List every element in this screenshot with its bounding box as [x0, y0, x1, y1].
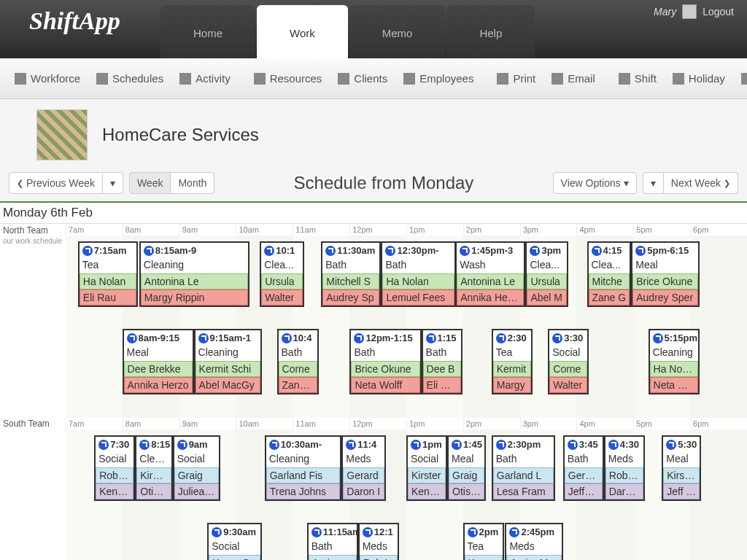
- hour-label: 1pm: [406, 418, 463, 429]
- shift-task: Bath: [565, 452, 603, 467]
- prev-dropdown-button[interactable]: ▾: [103, 172, 123, 194]
- shift-task: Tea: [465, 540, 503, 555]
- view-options-button[interactable]: View Options ▾: [553, 172, 637, 194]
- shift-block[interactable]: 4:15Clea...MitcheZane G: [587, 241, 632, 307]
- subnav-activity[interactable]: Activity: [172, 66, 238, 90]
- shift-task: Cleaning: [266, 452, 341, 467]
- shift-block[interactable]: 9:30amSocialKaryn G: [207, 523, 262, 560]
- shift-block[interactable]: 7:15amTeaHa NolanEli Rau: [78, 241, 138, 307]
- shift-block[interactable]: 10:4BathCorneZane G: [277, 329, 320, 394]
- clock-icon: [354, 333, 364, 343]
- subnav-schedules[interactable]: Schedules: [89, 66, 171, 90]
- shift-time: 9am: [189, 439, 208, 450]
- activity-icon: [179, 73, 191, 85]
- south-lane-area[interactable]: 7:30SocialRob LeKendric8:15Clea...Kirste…: [66, 429, 747, 560]
- page-title: HomeCare Services: [102, 125, 259, 145]
- subnav-sick[interactable]: Sick: [734, 66, 747, 90]
- shift-block[interactable]: 7:30SocialRob LeKendric: [94, 435, 135, 501]
- user-name[interactable]: Mary: [654, 6, 676, 18]
- tab-bar: Home Work Memo Help: [160, 5, 536, 58]
- clock-icon: [325, 246, 336, 256]
- clock-icon: [592, 246, 602, 256]
- next-week-button[interactable]: Next Week❯: [664, 172, 738, 194]
- shift-task: Meal: [632, 258, 697, 273]
- shift-block[interactable]: 1:45pm-3WashAntonina LeAnnika Herzo: [455, 241, 525, 307]
- subnav-workforce[interactable]: Workforce: [7, 66, 88, 90]
- week-button[interactable]: Week: [129, 172, 171, 194]
- shift-person1: Kirster: [136, 467, 171, 483]
- shift-time: 12:1: [374, 526, 393, 537]
- shift-block[interactable]: 12pm-1:15BathBrice OkuneNeta Wolff: [349, 329, 421, 394]
- month-button[interactable]: Month: [171, 172, 214, 194]
- shift-block[interactable]: 11:15amBathAmira Mo: [307, 523, 358, 560]
- hour-label: 11am: [293, 418, 349, 429]
- shift-block[interactable]: 4:30MedsRob LeDaron I: [604, 435, 645, 501]
- shift-person1: Corne: [279, 361, 318, 377]
- prev-week-button[interactable]: ❮Previous Week: [9, 172, 103, 194]
- subnav-email[interactable]: Email: [544, 66, 603, 90]
- subnav-shift[interactable]: Shift: [611, 66, 664, 90]
- clock-icon: [653, 333, 663, 343]
- shift-task: Social: [174, 452, 219, 467]
- shift-block[interactable]: 8:15am-9CleaningAntonina LeMargy Rippin: [139, 241, 249, 307]
- next-dropdown-button[interactable]: ▾: [643, 172, 664, 194]
- north-lane-area[interactable]: 7:15amTeaHa NolanEli Rau8:15am-9Cleaning…: [66, 236, 747, 418]
- sick-icon: [741, 73, 747, 85]
- clock-icon: [98, 440, 109, 450]
- shift-block[interactable]: 3pmClea...UrsulaAbel M: [525, 241, 568, 307]
- shift-time: 3:30: [564, 332, 583, 343]
- shift-block[interactable]: 10:30am-CleaningGarland FisTrena Johns: [265, 435, 342, 501]
- shift-block[interactable]: 9amSocialGraigJulieann: [173, 435, 220, 501]
- shift-block[interactable]: 2:45pmMedsAmira Mo: [505, 523, 562, 560]
- tab-work[interactable]: Work: [257, 5, 348, 58]
- shift-block[interactable]: 9:15am-1CleaningKermit SchiAbel MacGy: [194, 329, 262, 394]
- shift-block[interactable]: 8:15Clea...KirsterOtis Er: [135, 435, 172, 501]
- shift-block[interactable]: 5:30MealKirsterJeff Yu: [662, 435, 701, 501]
- shift-block[interactable]: 12:1MedsRob L: [358, 523, 399, 560]
- hour-label: 11am: [293, 224, 349, 236]
- shift-block[interactable]: 2:30pmBathGarland LLesa Fram: [492, 435, 555, 501]
- shift-block[interactable]: 11:30amBathMitchell SAudrey Sp: [321, 241, 381, 307]
- shift-person1: Ursula: [261, 273, 303, 289]
- tab-home[interactable]: Home: [160, 5, 255, 58]
- tab-help[interactable]: Help: [446, 5, 535, 58]
- logout-link[interactable]: Logout: [703, 6, 734, 18]
- clock-icon: [496, 440, 506, 450]
- subnav-employees[interactable]: Employees: [396, 66, 481, 90]
- day-label: Monday 6th Feb: [0, 203, 747, 224]
- shift-block[interactable]: 1pmSocialKirsterKendric: [406, 435, 447, 501]
- shift-block[interactable]: 3:45BathGerardJeffere: [563, 435, 604, 501]
- shift-block[interactable]: 1:15BathDee BEli Rau: [422, 329, 462, 394]
- shift-block[interactable]: 5:15pmCleaningHa NolanNeta Wolf: [649, 329, 700, 394]
- shift-person1: Amira Mo: [506, 555, 561, 560]
- shift-block[interactable]: 11:4MedsGerardDaron I: [341, 435, 386, 501]
- subnav-clients[interactable]: Clients: [330, 66, 395, 90]
- shift-time: 10:1: [276, 245, 295, 256]
- shift-block[interactable]: 2:30TeaKermitMargy: [492, 329, 533, 394]
- shift-task: Clea...: [589, 258, 630, 273]
- shift-task: Meds: [343, 452, 384, 467]
- hour-header: 7am8am9am10am11am12pm1pm2pm3pm4pm5pm6pm: [66, 224, 747, 236]
- avatar[interactable]: [682, 4, 697, 19]
- shift-person1: Rob Le: [605, 467, 643, 483]
- shift-person2: Jeff Yu: [663, 483, 700, 499]
- shift-block[interactable]: 3:30SocialCorneWalter: [548, 329, 589, 394]
- shift-time: 8:15: [151, 439, 170, 450]
- shift-person1: Amira Mo: [309, 555, 357, 560]
- shift-block[interactable]: 8am-9:15MealDee BrekkeAnnika Herzo: [123, 329, 194, 394]
- subnav-print[interactable]: Print: [489, 66, 543, 90]
- shift-block[interactable]: 1:45MealGraigOtis Er: [447, 435, 486, 501]
- shift-time: 1:45pm-3: [471, 245, 513, 256]
- subnav-resources[interactable]: Resources: [247, 66, 330, 90]
- clock-icon: [269, 440, 279, 450]
- shift-block[interactable]: 5pm-6:15MealBrice OkuneAudrey Sper: [631, 241, 699, 307]
- hour-label: 4pm: [576, 418, 633, 429]
- shift-block[interactable]: 10:1Clea...UrsulaWalter: [260, 241, 304, 307]
- workforce-icon: [15, 73, 26, 85]
- shift-block[interactable]: 12:30pm-BathHa NolanLemuel Fees: [381, 241, 456, 307]
- shift-task: Meds: [506, 540, 561, 555]
- subnav-holiday[interactable]: Holiday: [665, 66, 732, 90]
- shift-task: Cleaning: [650, 346, 698, 361]
- tab-memo[interactable]: Memo: [349, 5, 446, 58]
- shift-block[interactable]: 2pmTeaKaryn: [463, 523, 504, 560]
